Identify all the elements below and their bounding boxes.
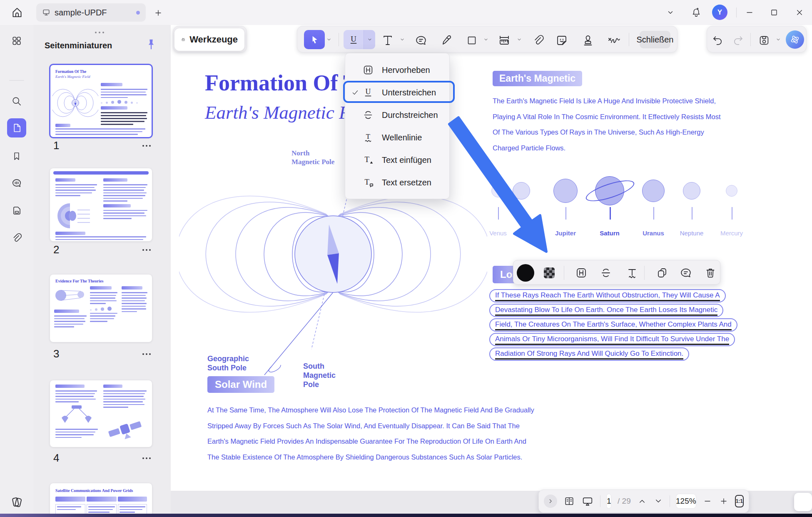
text-tool-chevron[interactable] [399, 36, 406, 43]
page-number-input[interactable]: 1 [606, 494, 611, 509]
redo-button[interactable] [731, 33, 745, 47]
sidebar-item-bookmarks[interactable] [8, 148, 25, 165]
previous-page-button[interactable] [637, 496, 647, 506]
measure-tool-chevron[interactable] [516, 36, 523, 43]
stamp-tool-button[interactable] [581, 33, 595, 47]
pencil-tool-button[interactable] [439, 33, 453, 47]
toolbox-icon [181, 33, 185, 46]
sidebar-item-page-thumbnails[interactable] [7, 118, 26, 137]
comment-tool-button[interactable] [414, 33, 428, 47]
mini-table-row [55, 504, 147, 514]
sidebar-item-swatches[interactable] [8, 494, 25, 510]
underline-tool-chevron[interactable] [364, 30, 375, 49]
annot-highlight-button[interactable] [574, 266, 588, 280]
page-thumbnail-4[interactable] [50, 380, 152, 447]
signature-tool-button[interactable] [606, 33, 620, 47]
shape-tool-chevron[interactable] [483, 36, 489, 43]
sidebar-item-comments[interactable] [8, 175, 25, 191]
document-page[interactable]: Formation Of The Earth's Magnetic Field [171, 25, 812, 491]
sidebar-item-dashboard[interactable] [8, 32, 25, 49]
panel-drag-handle[interactable] [95, 32, 104, 33]
actual-size-button[interactable]: 1:1 [735, 495, 744, 507]
measure-tool-button[interactable] [497, 33, 511, 47]
close-tools-button[interactable]: Schließen [640, 31, 670, 48]
close-window-button[interactable] [794, 7, 805, 18]
sidebar-item-search[interactable] [8, 93, 25, 110]
menu-item-squiggly[interactable]: T Wellenlinie [345, 126, 449, 149]
annotation-color-swatch[interactable] [517, 264, 534, 282]
page-options-button[interactable] [142, 353, 151, 355]
save-options-chevron[interactable] [775, 36, 782, 43]
right-toolbar [707, 26, 807, 52]
page-layout-button[interactable] [563, 495, 575, 507]
new-tab-button[interactable] [152, 7, 164, 19]
solar-paragraph: At The Same Time, The Atmosphere Will Al… [207, 402, 534, 465]
menu-item-insert-text[interactable]: T Text einfügen [345, 149, 449, 171]
ai-assistant-button[interactable] [786, 30, 804, 49]
undo-button[interactable] [710, 33, 725, 47]
select-tool-chevron[interactable] [326, 36, 332, 43]
pin-icon [145, 37, 157, 52]
presentation-button[interactable] [581, 495, 594, 507]
planet-label-saturn: Saturn [600, 230, 620, 237]
select-tool-button[interactable] [304, 30, 325, 49]
document-tab[interactable]: sample-UPDF [36, 3, 146, 22]
page-options-button[interactable] [142, 457, 151, 459]
avatar[interactable]: Y [712, 5, 727, 20]
zoom-out-button[interactable] [702, 496, 712, 506]
page-thumbnail-5[interactable]: Satellite Communications And Power Grids [50, 483, 152, 514]
attach-tool-button[interactable] [531, 33, 545, 47]
annot-comment-button[interactable] [679, 266, 693, 280]
search-icon [11, 95, 22, 107]
page-number: 1 [53, 139, 59, 152]
minimize-button[interactable] [744, 7, 755, 18]
maximize-button[interactable] [768, 7, 780, 18]
squiggly-underline-icon: T [362, 131, 374, 144]
underlined-line: Field, The Creatures On The Earth's Surf… [489, 318, 737, 332]
next-page-button[interactable] [653, 496, 663, 506]
magnetic-paragraph: The Earth's Magnetic Field Is Like A Hug… [493, 93, 720, 156]
page-thumbnail-1[interactable]: Formation Of The Earth's Magnetic Field [50, 65, 152, 137]
underlined-annotation-block[interactable]: If These Rays Reach The Earth Without Ob… [489, 289, 737, 362]
annot-squiggly-button[interactable] [625, 266, 639, 280]
planet-label-venus: Venus [489, 230, 507, 237]
sidebar-item-attachments-page[interactable] [8, 202, 25, 219]
annot-copy-button[interactable] [655, 266, 669, 280]
collapse-statusbar-button[interactable] [544, 495, 557, 508]
sidebar-item-attachments[interactable] [8, 230, 25, 246]
page-thumbnail-3[interactable]: Evidence For The Theories [50, 275, 152, 342]
page-options-button[interactable] [142, 249, 151, 251]
mini-bottom-block [55, 124, 147, 137]
page-options-button[interactable] [142, 145, 151, 147]
mini-text-column [55, 429, 98, 440]
page-thumbnail-2[interactable] [50, 168, 152, 241]
tools-button[interactable]: Werkzeuge [174, 28, 244, 51]
presentation-icon [581, 495, 594, 507]
annot-strikethrough-button[interactable] [599, 266, 613, 280]
pin-panel-button[interactable] [145, 37, 157, 52]
sticker-tool-button[interactable] [555, 33, 569, 47]
underline-tool-button[interactable]: U [344, 30, 364, 49]
annot-delete-button[interactable] [703, 266, 717, 280]
menu-item-highlight[interactable]: Hervorheben [345, 59, 449, 81]
edge-floating-button[interactable] [794, 493, 812, 511]
text-tool-button[interactable] [381, 33, 395, 47]
file-icon [11, 205, 22, 216]
zoom-in-button[interactable] [719, 496, 729, 506]
collapse-toolbar-button[interactable] [665, 7, 676, 18]
diagram-label-south-magnetic: South Magnetic Pole [303, 362, 336, 389]
menu-item-replace-text[interactable]: T Text ersetzen [345, 171, 449, 194]
menu-item-strikethrough[interactable]: Durchstreichen [345, 104, 449, 126]
annotation-toolbar [513, 260, 720, 285]
tools-button-label: Werkzeuge [189, 34, 238, 45]
notifications-button[interactable] [690, 7, 702, 18]
mini-title: Evidence For The Theories [55, 279, 103, 283]
squiggly-underline-icon [625, 266, 639, 280]
mini-dish-diagram [56, 404, 97, 427]
home-button[interactable] [8, 5, 26, 20]
zoom-input[interactable]: 125% [676, 494, 696, 509]
save-button[interactable] [757, 33, 771, 47]
shape-tool-button[interactable] [465, 33, 479, 47]
annotation-opacity-pattern[interactable] [544, 267, 555, 278]
strikethrough-icon [599, 266, 613, 280]
